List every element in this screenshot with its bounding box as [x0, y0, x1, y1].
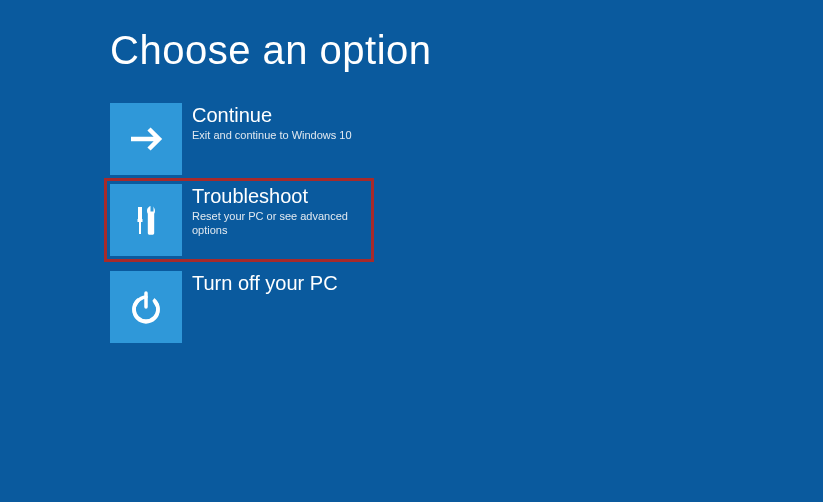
power-icon	[110, 271, 182, 343]
turnoff-title: Turn off your PC	[192, 271, 338, 295]
option-list: Continue Exit and continue to Windows 10…	[110, 103, 823, 343]
continue-title: Continue	[192, 103, 352, 127]
troubleshoot-text: Troubleshoot Reset your PC or see advanc…	[182, 184, 368, 238]
turnoff-text: Turn off your PC	[182, 271, 338, 296]
arrow-right-icon	[110, 103, 182, 175]
continue-option[interactable]: Continue Exit and continue to Windows 10	[110, 103, 368, 175]
troubleshoot-option[interactable]: Troubleshoot Reset your PC or see advanc…	[104, 178, 374, 262]
continue-text: Continue Exit and continue to Windows 10	[182, 103, 352, 142]
tools-icon	[110, 184, 182, 256]
page-title: Choose an option	[110, 28, 823, 73]
svg-rect-1	[138, 219, 143, 222]
svg-rect-2	[139, 222, 141, 234]
continue-desc: Exit and continue to Windows 10	[192, 128, 352, 142]
troubleshoot-title: Troubleshoot	[192, 184, 368, 208]
turnoff-option[interactable]: Turn off your PC	[110, 271, 368, 343]
svg-rect-0	[138, 207, 142, 219]
troubleshoot-desc: Reset your PC or see advanced options	[192, 209, 368, 238]
